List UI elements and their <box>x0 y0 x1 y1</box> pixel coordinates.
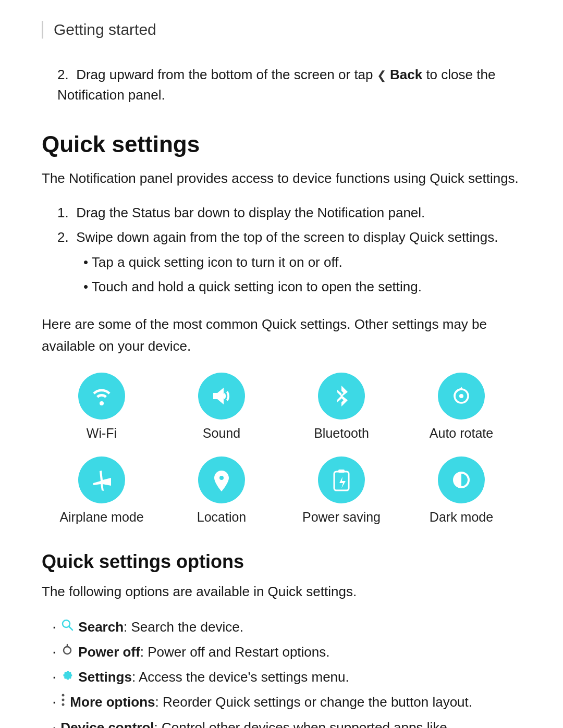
airplane-circle <box>78 456 125 503</box>
icons-grid: Wi-Fi Sound Bluetooth <box>42 373 521 525</box>
darkmode-circle <box>438 456 485 503</box>
svg-line-6 <box>69 626 73 630</box>
darkmode-label: Dark mode <box>430 510 493 525</box>
quick-settings-options-section: Quick settings options The following opt… <box>42 551 521 728</box>
svg-point-7 <box>64 647 71 654</box>
wifi-circle <box>78 373 125 419</box>
option-settings: Settings: Access the device's settings m… <box>52 665 521 688</box>
autorotate-label: Auto rotate <box>430 426 493 441</box>
page-header-title: Getting started <box>54 21 156 38</box>
autorotate-icon <box>449 384 474 409</box>
here-text: Here are some of the most common Quick s… <box>42 314 521 357</box>
power-option-icon <box>60 640 74 663</box>
svg-point-2 <box>459 394 463 398</box>
sound-label: Sound <box>203 426 240 441</box>
powersaving-icon <box>329 467 354 492</box>
option-more: More options: Reorder Quick settings or … <box>52 690 521 713</box>
icon-autorotate: Auto rotate <box>414 373 508 441</box>
location-circle <box>198 456 245 503</box>
darkmode-icon <box>449 467 474 492</box>
sub-step-2: Touch and hold a quick setting icon to o… <box>83 276 521 298</box>
search-option-icon <box>60 615 74 638</box>
svg-point-8 <box>62 694 65 697</box>
icons-row-2: Airplane mode Location <box>42 456 521 525</box>
option-device-control: Device control: Control other devices wh… <box>52 716 521 729</box>
powersaving-circle <box>318 456 365 503</box>
svg-marker-1 <box>459 387 463 390</box>
quick-settings-section: Quick settings The Notification panel pr… <box>42 131 521 525</box>
bluetooth-circle <box>318 373 365 419</box>
quick-settings-desc: The Notification panel provides access t… <box>42 168 521 190</box>
autorotate-circle <box>438 373 485 419</box>
wifi-icon <box>89 384 114 409</box>
more-option-icon <box>60 690 66 713</box>
icon-bluetooth: Bluetooth <box>295 373 388 441</box>
airplane-label: Airplane mode <box>59 510 143 525</box>
icon-powersaving: Power saving <box>295 456 388 525</box>
icons-row-1: Wi-Fi Sound Bluetooth <box>42 373 521 441</box>
options-desc: The following options are available in Q… <box>42 581 521 603</box>
option-poweroff: Power off: Power off and Restart options… <box>52 640 521 663</box>
icon-airplane: Airplane mode <box>55 456 149 525</box>
airplane-icon <box>89 467 114 492</box>
powersaving-label: Power saving <box>302 510 381 525</box>
step-2: 2. Swipe down again from the top of the … <box>57 227 521 249</box>
intro-step-2: 2. Drag upward from the bottom of the sc… <box>57 65 521 105</box>
location-label: Location <box>197 510 247 525</box>
location-icon <box>209 467 234 492</box>
sub-step-1: Tap a quick setting icon to turn it on o… <box>83 252 521 274</box>
icon-sound: Sound <box>175 373 268 441</box>
option-search: Search: Search the device. <box>52 615 521 638</box>
quick-settings-title: Quick settings <box>42 131 521 157</box>
svg-point-9 <box>62 699 65 701</box>
page-header: Getting started <box>42 21 521 39</box>
bluetooth-icon <box>329 384 354 409</box>
sound-circle <box>198 373 245 419</box>
options-title: Quick settings options <box>42 551 521 573</box>
svg-point-10 <box>62 704 65 706</box>
bluetooth-label: Bluetooth <box>314 426 369 441</box>
settings-option-icon <box>60 665 74 688</box>
step-1: 1. Drag the Status bar down to display t… <box>57 202 521 224</box>
sound-icon <box>209 384 234 409</box>
wifi-label: Wi-Fi <box>87 426 117 441</box>
svg-rect-4 <box>338 470 345 473</box>
icon-location: Location <box>175 456 268 525</box>
icon-darkmode: Dark mode <box>414 456 508 525</box>
icon-wifi: Wi-Fi <box>55 373 149 441</box>
